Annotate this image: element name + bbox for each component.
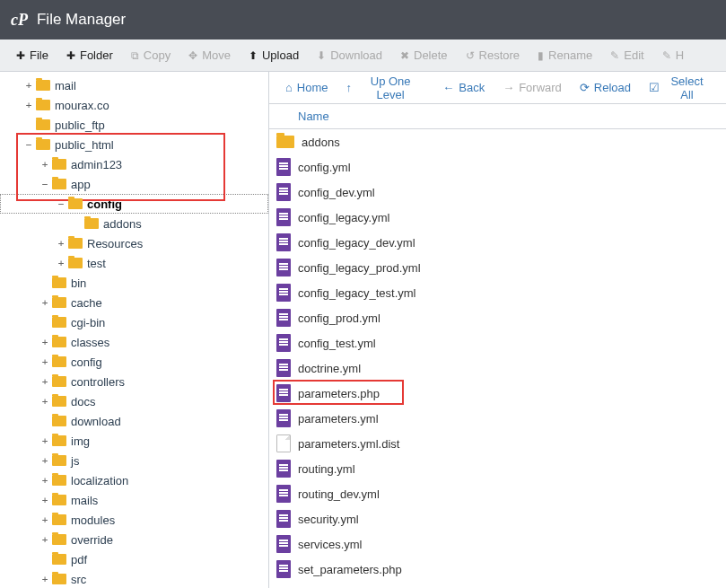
tree-toggle-icon[interactable]: + <box>39 297 50 309</box>
select-all-button[interactable]: ☑Select All <box>640 72 719 107</box>
tree-node[interactable]: +test <box>0 253 268 273</box>
tree-node[interactable]: cgi-bin <box>0 312 268 332</box>
tree-toggle-icon[interactable]: − <box>56 198 66 210</box>
new-folder-button[interactable]: ✚Folder <box>57 43 122 67</box>
file-row[interactable]: services.yml <box>269 531 726 557</box>
tree-node[interactable]: −public_html <box>0 135 268 154</box>
tree-toggle-icon[interactable]: + <box>39 376 50 388</box>
name-column-header[interactable]: Name <box>298 110 329 123</box>
tree-node[interactable]: +config <box>0 352 268 372</box>
tree-toggle-icon[interactable]: + <box>39 337 50 348</box>
rename-button[interactable]: ▮Rename <box>529 43 601 67</box>
file-row[interactable]: routing.yml <box>269 456 726 481</box>
tree-toggle-icon[interactable]: + <box>39 396 50 408</box>
tree-toggle-icon[interactable]: + <box>39 574 50 585</box>
tree-node[interactable]: +mourax.co <box>0 95 268 115</box>
tree-toggle-icon[interactable]: + <box>39 356 50 368</box>
tree-node[interactable]: −app <box>0 174 268 194</box>
tree-toggle-icon[interactable]: + <box>56 238 66 250</box>
tree-toggle-icon[interactable]: + <box>23 100 34 111</box>
folder-icon <box>36 100 50 110</box>
file-row[interactable]: security.yml <box>269 506 726 531</box>
tree-node[interactable]: +controllers <box>0 372 268 391</box>
file-name-label: parameters.yml <box>298 412 379 426</box>
tree-toggle-icon[interactable]: + <box>39 534 50 546</box>
cpanel-logo-icon: cP <box>11 11 28 30</box>
file-row[interactable]: routing_dev.yml <box>269 481 726 506</box>
tree-node-label: cache <box>71 296 102 310</box>
tree-node[interactable]: bin <box>0 273 268 293</box>
file-row[interactable]: doctrine.yml <box>269 355 726 381</box>
file-row[interactable]: config_test.yml <box>269 330 726 355</box>
tree-node[interactable]: +mails <box>0 490 268 510</box>
tree-node[interactable]: +classes <box>0 332 268 352</box>
home-button[interactable]: ⌂Home <box>276 75 337 100</box>
tree-toggle-icon[interactable]: + <box>39 475 50 487</box>
file-name-label: services.yml <box>298 538 363 551</box>
file-icon <box>276 359 291 377</box>
up-one-level-button[interactable]: ↑Up One Level <box>337 72 434 107</box>
tree-toggle-icon[interactable]: + <box>39 495 50 506</box>
file-row[interactable]: parameters.php <box>269 381 726 406</box>
file-row[interactable]: parameters.yml.dist <box>269 431 726 456</box>
file-icon <box>276 485 291 503</box>
file-list[interactable]: addonsconfig.ymlconfig_dev.ymlconfig_leg… <box>269 129 726 588</box>
main-toolbar: ✚File ✚Folder ⧉Copy ✥Move ⬆Upload ⬇Downl… <box>0 39 726 72</box>
tree-node[interactable]: +cache <box>0 293 268 312</box>
tree-toggle-icon[interactable]: + <box>39 435 50 447</box>
file-row[interactable]: config_prod.yml <box>269 305 726 330</box>
download-button[interactable]: ⬇Download <box>308 43 391 67</box>
tree-node[interactable]: +mail <box>0 75 268 95</box>
file-row[interactable]: addons <box>269 129 726 154</box>
file-icon <box>276 510 291 528</box>
file-row[interactable]: config.yml <box>269 154 726 180</box>
tree-node[interactable]: +modules <box>0 510 268 530</box>
folder-tree-sidebar[interactable]: +mail+mourax.copublic_ftp−public_html+ad… <box>0 72 269 588</box>
tree-toggle-icon[interactable]: + <box>56 258 66 269</box>
new-file-button[interactable]: ✚File <box>7 43 57 67</box>
tree-node[interactable]: +Resources <box>0 233 268 253</box>
file-row[interactable]: config_legacy_prod.yml <box>269 255 726 280</box>
tree-node[interactable]: +admin123 <box>0 154 268 174</box>
delete-button[interactable]: ✖Delete <box>391 43 457 67</box>
tree-node-label: test <box>87 257 106 270</box>
home-icon: ⌂ <box>285 81 293 94</box>
edit-button[interactable]: ✎Edit <box>601 43 652 67</box>
tree-node[interactable]: +img <box>0 431 268 451</box>
tree-node[interactable]: −config <box>0 194 268 214</box>
tree-node[interactable]: +docs <box>0 391 268 411</box>
tree-toggle-icon[interactable]: − <box>39 179 50 190</box>
forward-button[interactable]: →Forward <box>494 75 571 100</box>
file-row[interactable]: config_legacy_test.yml <box>269 280 726 305</box>
tree-node[interactable]: +src <box>0 569 268 588</box>
upload-button[interactable]: ⬆Upload <box>240 43 308 67</box>
tree-toggle-icon[interactable]: + <box>39 455 50 467</box>
file-row[interactable]: config_legacy_dev.yml <box>269 230 726 255</box>
tree-node[interactable]: +localization <box>0 470 268 490</box>
folder-icon <box>36 139 50 150</box>
tree-toggle-icon[interactable]: − <box>23 139 34 151</box>
tree-toggle-icon[interactable]: + <box>39 514 50 526</box>
tree-toggle-icon[interactable]: + <box>23 80 34 92</box>
right-arrow-icon: → <box>503 81 514 94</box>
copy-button[interactable]: ⧉Copy <box>122 43 179 67</box>
move-button[interactable]: ✥Move <box>179 43 240 67</box>
tree-node[interactable]: pdf <box>0 549 268 569</box>
tree-node[interactable]: download <box>0 411 268 431</box>
tree-node[interactable]: +override <box>0 530 268 549</box>
tree-node[interactable]: addons <box>0 214 268 233</box>
restore-button[interactable]: ↺Restore <box>457 43 529 67</box>
folder-icon <box>52 514 66 525</box>
file-row[interactable]: config_dev.yml <box>269 180 726 205</box>
file-row[interactable]: set_parameters.php <box>269 557 726 582</box>
file-name-label: config_legacy_test.yml <box>298 286 416 300</box>
back-button[interactable]: ←Back <box>433 75 494 100</box>
tree-node[interactable]: public_ftp <box>0 115 268 135</box>
tree-toggle-icon[interactable]: + <box>39 159 50 171</box>
html-editor-button[interactable]: ✎H <box>653 43 693 67</box>
tree-node-label: override <box>71 533 113 547</box>
reload-button[interactable]: ⟳Reload <box>571 75 640 100</box>
file-row[interactable]: config_legacy.yml <box>269 205 726 230</box>
file-row[interactable]: parameters.yml <box>269 406 726 431</box>
tree-node[interactable]: +js <box>0 451 268 470</box>
